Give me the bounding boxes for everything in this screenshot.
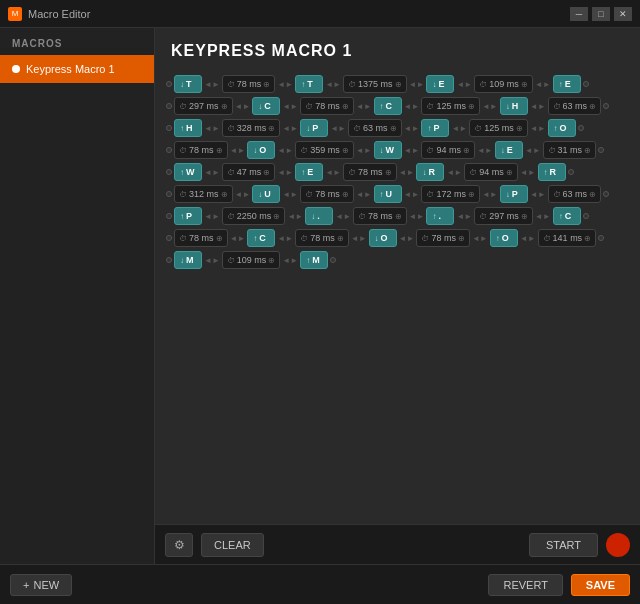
key-item[interactable]: ↑T [295, 75, 323, 93]
record-button[interactable] [606, 533, 630, 557]
row-dot [166, 147, 172, 153]
key-item[interactable]: ↓C [252, 97, 280, 115]
key-item[interactable]: ↓O [369, 229, 397, 247]
delay-item[interactable]: ⏱78 ms⊕ [300, 185, 354, 203]
key-item[interactable]: ↑W [174, 163, 202, 181]
delay-item[interactable]: ⏱328 ms⊕ [222, 119, 281, 137]
clear-button[interactable]: CLEAR [201, 533, 264, 557]
key-item[interactable]: ↑O [490, 229, 518, 247]
row-dot [166, 257, 172, 263]
key-item[interactable]: ↓U [252, 185, 280, 203]
gear-button[interactable]: ⚙ [165, 533, 193, 557]
macro-row: ↓M ◄► ⏱109 ms⊕ ◄► ↑M [165, 250, 630, 270]
delay-item[interactable]: ⏱78 ms⊕ [416, 229, 470, 247]
row-dot [166, 235, 172, 241]
close-button[interactable]: ✕ [614, 7, 632, 21]
key-item[interactable]: ↓. [305, 207, 333, 225]
row-dot [583, 81, 589, 87]
row-dot [583, 213, 589, 219]
key-item[interactable]: ↑E [295, 163, 323, 181]
titlebar: M Macro Editor ─ □ ✕ [0, 0, 640, 28]
delay-item[interactable]: ⏱31 ms⊕ [543, 141, 597, 159]
delay-item[interactable]: ⏱63 ms⊕ [548, 185, 602, 203]
delay-item[interactable]: ⏱297 ms⊕ [174, 97, 233, 115]
key-item[interactable]: ↓R [416, 163, 444, 181]
revert-button[interactable]: REVERT [488, 574, 562, 596]
delay-item[interactable]: ⏱78 ms⊕ [295, 229, 349, 247]
titlebar-left: M Macro Editor [8, 7, 90, 21]
delay-item[interactable]: ⏱297 ms⊕ [474, 207, 533, 225]
delay-item[interactable]: ⏱63 ms⊕ [348, 119, 402, 137]
row-dot [598, 147, 604, 153]
row-dot [166, 213, 172, 219]
delay-item[interactable]: ⏱1375 ms⊕ [343, 75, 407, 93]
key-item[interactable]: ↑H [174, 119, 202, 137]
row-dot [330, 257, 336, 263]
key-item[interactable]: ↓T [174, 75, 202, 93]
row-dot [166, 125, 172, 131]
delay-item[interactable]: ⏱63 ms⊕ [548, 97, 602, 115]
row-dot [166, 103, 172, 109]
key-item[interactable]: ↓O [247, 141, 275, 159]
key-item[interactable]: ↓W [374, 141, 402, 159]
row-dot [603, 103, 609, 109]
app-body: MACROS Keypress Macro 1 KEYPRESS MACRO 1… [0, 28, 640, 564]
app-icon: M [8, 7, 22, 21]
key-item[interactable]: ↓P [500, 185, 528, 203]
footer: + NEW REVERT SAVE [0, 564, 640, 604]
key-item[interactable]: ↓E [426, 75, 454, 93]
key-item[interactable]: ↑C [553, 207, 581, 225]
delay-item[interactable]: ⏱109 ms⊕ [474, 75, 533, 93]
maximize-button[interactable]: □ [592, 7, 610, 21]
delay-item[interactable]: ⏱78 ms⊕ [353, 207, 407, 225]
key-item[interactable]: ↓H [500, 97, 528, 115]
window-controls: ─ □ ✕ [570, 7, 632, 21]
key-item[interactable]: ↑U [374, 185, 402, 203]
delay-item[interactable]: ⏱2250 ms⊕ [222, 207, 286, 225]
row-dot [598, 235, 604, 241]
key-item[interactable]: ↑E [553, 75, 581, 93]
key-item[interactable]: ↑. [426, 207, 454, 225]
macro-row: ↓T ◄► ⏱78 ms⊕ ◄► ↑T ◄► ⏱1375 ms⊕ ◄► ↓E ◄… [165, 74, 630, 94]
delay-item[interactable]: ⏱125 ms⊕ [469, 119, 528, 137]
delay-item[interactable]: ⏱47 ms⊕ [222, 163, 276, 181]
key-item[interactable]: ↑M [300, 251, 328, 269]
delay-item[interactable]: ⏱78 ms⊕ [174, 141, 228, 159]
bottom-toolbar: ⚙ CLEAR START [155, 524, 640, 564]
page-title: KEYPRESS MACRO 1 [155, 28, 640, 70]
delay-item[interactable]: ⏱78 ms⊕ [343, 163, 397, 181]
save-button[interactable]: SAVE [571, 574, 630, 596]
key-item[interactable]: ↑C [374, 97, 402, 115]
key-item[interactable]: ↑R [538, 163, 566, 181]
delay-item[interactable]: ⏱141 ms⊕ [538, 229, 597, 247]
delay-item[interactable]: ⏱78 ms⊕ [222, 75, 276, 93]
delay-item[interactable]: ⏱359 ms⊕ [295, 141, 354, 159]
delay-item[interactable]: ⏱109 ms⊕ [222, 251, 281, 269]
app-title: Macro Editor [28, 8, 90, 20]
key-item[interactable]: ↑O [548, 119, 576, 137]
key-item[interactable]: ↓E [495, 141, 523, 159]
delay-item[interactable]: ⏱172 ms⊕ [421, 185, 480, 203]
new-button[interactable]: + NEW [10, 574, 72, 596]
delay-item[interactable]: ⏱94 ms⊕ [421, 141, 475, 159]
sidebar-item-label: Keypress Macro 1 [26, 63, 115, 75]
delay-item[interactable]: ⏱78 ms⊕ [300, 97, 354, 115]
key-item[interactable]: ↓P [300, 119, 328, 137]
start-button[interactable]: START [529, 533, 598, 557]
key-item[interactable]: ↑C [247, 229, 275, 247]
row-dot [166, 191, 172, 197]
delay-item[interactable]: ⏱125 ms⊕ [421, 97, 480, 115]
sidebar-header: MACROS [0, 28, 154, 55]
macro-row: ↑P ◄► ⏱2250 ms⊕ ◄► ↓. ◄► ⏱78 ms⊕ ◄► ↑. ◄… [165, 206, 630, 226]
delay-item[interactable]: ⏱312 ms⊕ [174, 185, 233, 203]
sidebar-item-keypress-macro-1[interactable]: Keypress Macro 1 [0, 55, 154, 83]
delay-item[interactable]: ⏱94 ms⊕ [464, 163, 518, 181]
row-dot [568, 169, 574, 175]
key-item[interactable]: ↑P [421, 119, 449, 137]
key-item[interactable]: ↑P [174, 207, 202, 225]
key-item[interactable]: ↓M [174, 251, 202, 269]
minimize-button[interactable]: ─ [570, 7, 588, 21]
delay-item[interactable]: ⏱78 ms⊕ [174, 229, 228, 247]
plus-icon: + [23, 579, 29, 591]
new-button-label: NEW [33, 579, 59, 591]
